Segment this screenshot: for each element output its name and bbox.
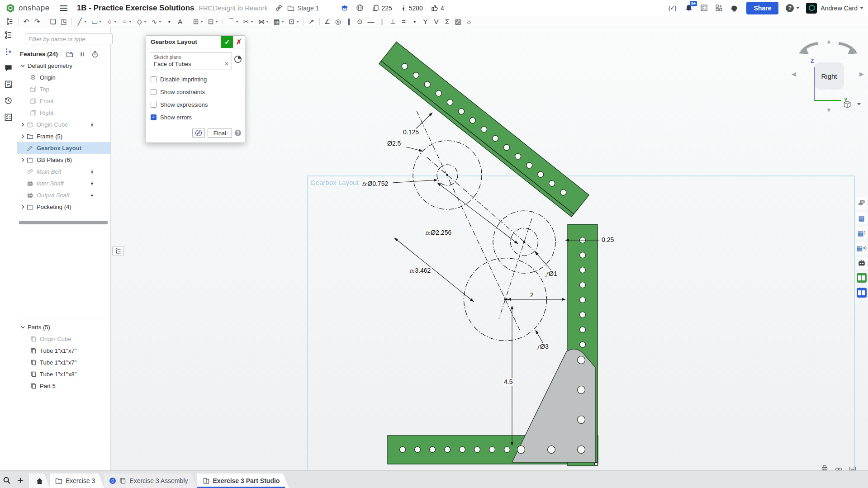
horizontal-constraint[interactable]: — xyxy=(365,17,377,27)
new-tab-button[interactable] xyxy=(14,474,27,487)
circle-tool[interactable]: ○ xyxy=(104,17,119,27)
dimension-label[interactable]: 2 xyxy=(529,291,535,299)
option-disable-imprinting[interactable]: Disable imprinting xyxy=(150,76,241,83)
user-menu-caret-icon[interactable] xyxy=(860,7,863,9)
dimension-tool[interactable]: ↗ xyxy=(306,17,317,27)
sketch-origin-point[interactable] xyxy=(595,463,598,466)
tube-table-icon[interactable]: ▦} xyxy=(856,227,867,239)
frame-table-icon[interactable]: ▦ xyxy=(856,212,867,224)
new-folder-icon[interactable] xyxy=(66,50,73,58)
folder-location-icon[interactable] xyxy=(287,5,294,12)
midpoint-constraint[interactable]: • xyxy=(409,17,420,27)
panel-comments-icon[interactable] xyxy=(4,64,13,72)
feature-list-flyout-button[interactable] xyxy=(112,246,124,256)
feature-row-default-geometry[interactable]: Default geometry xyxy=(17,60,110,71)
equal-constraint[interactable]: = xyxy=(398,17,409,27)
polygon-tool[interactable]: ◇ xyxy=(134,17,149,27)
gusset-plate[interactable] xyxy=(512,349,595,462)
insert-image-tool[interactable]: ⊡ xyxy=(286,17,301,27)
robot-feature-icon[interactable] xyxy=(856,257,867,269)
point-tool[interactable]: • xyxy=(164,17,175,27)
dialog-accept-button[interactable]: ✓ xyxy=(221,36,233,48)
main-menu-icon[interactable] xyxy=(60,4,68,12)
rectangle-tool[interactable]: ▭ xyxy=(89,17,104,27)
final-button[interactable]: Final xyxy=(208,128,232,138)
user-name[interactable]: Andrew Card xyxy=(821,5,858,12)
dialog-cancel-button[interactable]: ✗ xyxy=(233,36,245,48)
dimension-label[interactable]: 0.25 xyxy=(601,236,615,244)
suppressed-badge-icon[interactable] xyxy=(89,191,95,199)
dimension-label[interactable]: ƒØ1 xyxy=(545,270,558,278)
dimension-label[interactable]: fx3.462 xyxy=(408,267,432,275)
chevron-right-icon[interactable] xyxy=(20,157,27,163)
education-icon[interactable] xyxy=(341,4,349,12)
sketch-plane-field[interactable]: Sketch plane Face of Tubes ✕ xyxy=(150,52,232,70)
function-table-icon[interactable]: ▦x) xyxy=(856,242,867,254)
parallel-constraint[interactable]: ∥ xyxy=(344,17,355,27)
chevron-right-icon[interactable] xyxy=(20,122,27,128)
learning-center-icon[interactable] xyxy=(730,4,738,12)
sketch-name-label[interactable]: Gearbox Layout xyxy=(310,179,359,186)
fix-constraint[interactable]: ☼ xyxy=(464,17,474,27)
option-show-errors[interactable]: Show errors xyxy=(150,114,241,121)
fillet-tool[interactable]: ⌒ xyxy=(225,17,241,27)
sketch-center-points[interactable] xyxy=(446,174,526,301)
view-left-arrow[interactable]: ◀ xyxy=(792,71,796,77)
suppressed-badge-icon[interactable] xyxy=(89,180,95,187)
use-convert-tool[interactable]: ⊞ xyxy=(190,17,205,27)
option-show-expressions[interactable]: Show expressions xyxy=(150,101,241,108)
dimension-label[interactable]: fxØ0.752 xyxy=(361,180,389,188)
feature-row-gb-plates[interactable]: GB Plates (6) xyxy=(17,154,110,166)
feature-row-frame[interactable]: Frame (5) xyxy=(17,130,110,142)
feature-row-output-shaft[interactable]: Output Shaft xyxy=(17,189,110,201)
part-row-origin-cube[interactable]: Origin Cube xyxy=(17,333,110,345)
feature-row-front-plane[interactable]: Front xyxy=(17,95,110,107)
rollback-bar[interactable] xyxy=(19,221,108,224)
filter-input[interactable] xyxy=(25,33,113,44)
checkbox-checked[interactable] xyxy=(151,114,157,120)
trim-tool[interactable]: ✂ xyxy=(241,17,256,27)
likes-stat[interactable]: 4 xyxy=(431,5,444,12)
curvature-constraint[interactable]: Σ xyxy=(442,17,453,27)
feature-row-pocketing[interactable]: Pocketing (4) xyxy=(17,201,110,213)
green-library-icon[interactable] xyxy=(856,272,867,284)
document-title[interactable]: 1B - Practice Exercise Solutions xyxy=(77,4,194,13)
checkbox-unchecked[interactable] xyxy=(151,89,157,95)
dimension-label[interactable]: fxØ2.256 xyxy=(424,229,452,237)
part-row-tube-7b[interactable]: Tube 1"x1"x7" xyxy=(17,356,110,368)
pattern-tool[interactable]: ▦ xyxy=(271,17,286,27)
edit-sketch-button[interactable] xyxy=(192,128,205,138)
vertical-constraint[interactable]: | xyxy=(377,17,388,27)
tab-exercise-3[interactable]: Exercise 3 xyxy=(50,474,104,488)
blue-library-icon[interactable] xyxy=(856,287,867,298)
follows-stat[interactable]: 5280 xyxy=(400,5,423,12)
feature-row-origin[interactable]: Origin xyxy=(17,71,110,83)
tab-exercise-3-part-studio[interactable]: Exercise 3 Part Studio xyxy=(197,474,289,488)
view-right-arrow[interactable]: ▶ xyxy=(859,71,864,77)
checkbox-unchecked[interactable] xyxy=(151,76,157,82)
clear-field-icon[interactable]: ✕ xyxy=(224,61,229,67)
coincident-constraint[interactable]: ∠ xyxy=(322,17,333,27)
chevron-right-icon[interactable] xyxy=(20,133,27,139)
apps-icon[interactable] xyxy=(715,4,723,12)
ellipse-tool[interactable]: ○ xyxy=(119,17,134,27)
help-button[interactable]: ? xyxy=(786,4,794,12)
paste-sketch-tool[interactable]: ❏ xyxy=(47,17,58,27)
suppressed-badge-icon[interactable] xyxy=(89,121,95,128)
feature-row-right-plane[interactable]: Right xyxy=(17,107,110,118)
mirror-tool[interactable]: ⋈ xyxy=(256,17,271,27)
tab-search-button[interactable] xyxy=(0,474,14,487)
chevron-down-icon[interactable] xyxy=(20,63,27,69)
option-show-constraints[interactable]: Show constraints xyxy=(150,89,241,95)
copy-link-icon[interactable] xyxy=(275,4,283,12)
suppress-pause-icon[interactable] xyxy=(79,50,85,58)
normal-constraint[interactable]: V xyxy=(431,17,442,27)
redo-button[interactable]: ↷ xyxy=(32,17,43,27)
part-row-part-5[interactable]: Part 5 xyxy=(17,380,110,392)
view-down-arrow[interactable]: ▼ xyxy=(826,107,832,114)
symmetric-constraint[interactable]: Y xyxy=(420,17,431,27)
versions-icon[interactable]: {✓} xyxy=(669,5,676,11)
part-row-tube-7a[interactable]: Tube 1"x1"x7" xyxy=(17,345,110,356)
undo-button[interactable]: ↶ xyxy=(21,17,32,27)
panel-feature-list-icon[interactable] xyxy=(4,31,13,39)
